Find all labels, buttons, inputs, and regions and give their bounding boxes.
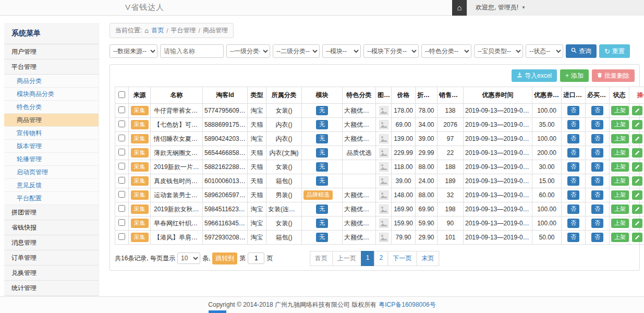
filter-level1-select[interactable]: --一级分类-- bbox=[226, 44, 270, 58]
sidebar-subitem-0[interactable]: 商品分类 bbox=[4, 75, 99, 88]
home-icon: ⌂ bbox=[457, 3, 461, 12]
page-button-last[interactable]: 末页 bbox=[416, 251, 439, 266]
imported-toggle-badge[interactable]: 否 bbox=[567, 162, 579, 171]
select-all-checkbox[interactable] bbox=[118, 91, 125, 98]
sidebar-item-7[interactable]: 统计管理 bbox=[4, 281, 99, 296]
row-checkbox[interactable] bbox=[118, 205, 125, 212]
status-badge[interactable]: 上架 bbox=[611, 204, 629, 213]
row-checkbox[interactable] bbox=[118, 191, 125, 198]
filter-level2-select[interactable]: --二级分类-- bbox=[273, 44, 320, 58]
home-button[interactable]: ⌂ bbox=[452, 0, 467, 16]
sidebar-item-4[interactable]: 消息管理 bbox=[4, 235, 99, 250]
must-buy-toggle-badge[interactable]: 否 bbox=[591, 176, 603, 185]
batch-delete-button[interactable]: 批量删除 bbox=[592, 69, 635, 82]
edit-button[interactable] bbox=[632, 219, 642, 228]
name-search-input[interactable] bbox=[160, 44, 224, 58]
filter-feature-select[interactable]: --特色分类-- bbox=[421, 44, 471, 58]
status-badge[interactable]: 上架 bbox=[611, 148, 629, 157]
coupon-amount: 100.00 bbox=[532, 104, 562, 118]
sidebar-item-1[interactable]: 平台管理 bbox=[4, 59, 99, 75]
row-checkbox[interactable] bbox=[118, 233, 125, 240]
sidebar-subitem-7[interactable]: 启动页管理 bbox=[4, 166, 99, 179]
imported-toggle-badge[interactable]: 否 bbox=[567, 233, 579, 242]
must-buy-toggle-badge[interactable]: 否 bbox=[591, 162, 603, 171]
filter-status-select[interactable]: --状态-- bbox=[526, 44, 563, 58]
row-checkbox[interactable] bbox=[118, 121, 125, 127]
status-badge[interactable]: 上架 bbox=[611, 134, 629, 143]
per-page-select[interactable]: 10 bbox=[177, 252, 200, 264]
row-checkbox[interactable] bbox=[118, 135, 125, 141]
sidebar-item-5[interactable]: 订单管理 bbox=[4, 250, 99, 266]
filter-module-select[interactable]: --模块-- bbox=[322, 44, 361, 58]
must-buy-toggle-badge[interactable]: 否 bbox=[591, 106, 603, 115]
jump-page-input[interactable] bbox=[248, 252, 264, 264]
must-buy-toggle-badge[interactable]: 否 bbox=[591, 120, 603, 129]
sidebar-subitem-3[interactable]: 商品管理 bbox=[4, 114, 99, 127]
row-checkbox[interactable] bbox=[118, 219, 125, 226]
edit-button[interactable] bbox=[632, 120, 642, 129]
sidebar-item-6[interactable]: 兑换管理 bbox=[4, 266, 99, 281]
row-checkbox[interactable] bbox=[118, 163, 125, 170]
sidebar-subitem-2[interactable]: 特色分类 bbox=[4, 101, 99, 114]
edit-button[interactable] bbox=[632, 204, 642, 214]
edit-button[interactable] bbox=[632, 134, 642, 143]
imported-toggle-badge[interactable]: 否 bbox=[567, 176, 579, 185]
edit-button[interactable] bbox=[632, 176, 642, 186]
sidebar-subitem-6[interactable]: 轮播管理 bbox=[4, 153, 99, 166]
sidebar-subitem-9[interactable]: 平台配置 bbox=[4, 192, 99, 205]
filter-item-type-select[interactable]: --宝贝类型-- bbox=[474, 44, 523, 58]
import-excel-button[interactable]: 导入excel bbox=[512, 69, 557, 82]
row-checkbox[interactable] bbox=[118, 177, 125, 184]
must-buy-toggle-badge[interactable]: 否 bbox=[591, 190, 603, 199]
product-thumbnail bbox=[379, 134, 388, 143]
must-buy-toggle-badge[interactable]: 否 bbox=[591, 219, 603, 227]
jump-button[interactable]: 跳转到 bbox=[212, 252, 237, 264]
sidebar-subitem-1[interactable]: 模块商品分类 bbox=[4, 88, 99, 101]
breadcrumb-home-link[interactable]: 首页 bbox=[151, 26, 164, 35]
reset-button[interactable]: ↻重置 bbox=[599, 44, 630, 58]
imported-toggle-badge[interactable]: 否 bbox=[567, 190, 579, 199]
sidebar-subitem-8[interactable]: 意见反馈 bbox=[4, 179, 99, 192]
row-checkbox[interactable] bbox=[118, 106, 125, 113]
sidebar-subitem-4[interactable]: 宣传物料 bbox=[4, 127, 99, 140]
edit-button[interactable] bbox=[632, 233, 642, 242]
page-button-1[interactable]: 1 bbox=[361, 251, 375, 266]
add-button[interactable]: + 添加 bbox=[560, 69, 589, 82]
status-badge[interactable]: 上架 bbox=[611, 233, 629, 242]
imported-toggle-badge[interactable]: 否 bbox=[567, 204, 579, 213]
sidebar-item-3[interactable]: 省钱快报 bbox=[4, 220, 99, 235]
status-badge[interactable]: 上架 bbox=[611, 190, 629, 199]
user-menu[interactable]: 欢迎您, 管理员! ▼ bbox=[467, 0, 644, 16]
filter-data-source-select[interactable]: --数据来源-- bbox=[110, 44, 157, 58]
icp-link[interactable]: 粤ICP备16098006号 bbox=[379, 300, 435, 309]
imported-toggle-badge[interactable]: 否 bbox=[567, 106, 579, 115]
row-checkbox[interactable] bbox=[118, 149, 125, 155]
sidebar-item-0[interactable]: 用户管理 bbox=[4, 44, 99, 59]
page-button-first[interactable]: 首页 bbox=[310, 251, 333, 266]
page-button-2[interactable]: 2 bbox=[374, 251, 388, 266]
must-buy-toggle-badge[interactable]: 否 bbox=[591, 134, 603, 143]
imported-toggle-badge[interactable]: 否 bbox=[567, 219, 579, 227]
imported-toggle-badge[interactable]: 否 bbox=[567, 148, 579, 157]
must-buy-toggle-badge[interactable]: 否 bbox=[591, 233, 603, 242]
imported-toggle-badge[interactable]: 否 bbox=[567, 134, 579, 143]
status-badge[interactable]: 上架 bbox=[611, 162, 629, 171]
must-buy-toggle-badge[interactable]: 否 bbox=[591, 204, 603, 213]
imported-toggle-badge[interactable]: 否 bbox=[567, 120, 579, 129]
sidebar-subitem-5[interactable]: 版本管理 bbox=[4, 140, 99, 153]
edit-button[interactable] bbox=[632, 106, 642, 115]
status-badge[interactable]: 上架 bbox=[611, 120, 629, 129]
filter-module-sub-select[interactable]: --模块下分类-- bbox=[363, 44, 419, 58]
must-buy-toggle-badge[interactable]: 否 bbox=[591, 148, 603, 157]
search-button[interactable]: 查询 bbox=[566, 44, 597, 58]
status-badge[interactable]: 上架 bbox=[611, 176, 629, 185]
page-button-prev[interactable]: 上一页 bbox=[332, 251, 361, 266]
breadcrumb-prefix: 当前位置: bbox=[115, 26, 142, 35]
edit-button[interactable] bbox=[632, 162, 642, 172]
edit-button[interactable] bbox=[632, 148, 642, 158]
edit-button[interactable] bbox=[632, 190, 642, 200]
status-badge[interactable]: 上架 bbox=[611, 219, 629, 227]
status-badge[interactable]: 上架 bbox=[611, 106, 629, 115]
sidebar-item-2[interactable]: 拼团管理 bbox=[4, 205, 99, 220]
page-button-next[interactable]: 下一页 bbox=[387, 251, 417, 266]
